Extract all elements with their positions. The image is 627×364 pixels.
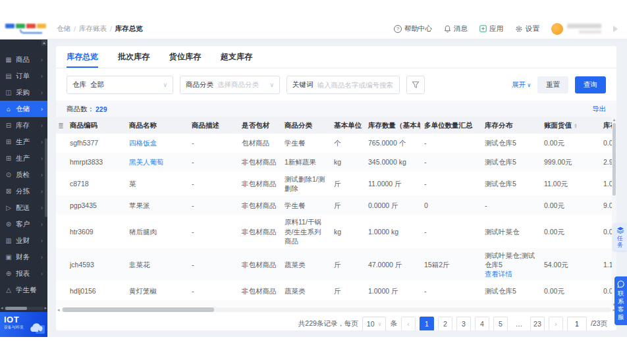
sidebar-item-label: 业财: [16, 236, 30, 246]
sort-icon[interactable]: ▲▼: [574, 123, 578, 128]
help-icon: ?: [394, 25, 402, 33]
page-button-last[interactable]: 23: [530, 317, 545, 330]
sidebar-item-warehouse[interactable]: ⌂仓储›: [0, 101, 47, 117]
tab-batch-inventory[interactable]: 批次库存: [118, 46, 150, 68]
per-page-select[interactable]: 10∨: [362, 317, 387, 330]
breadcrumb-root[interactable]: 仓储: [57, 24, 70, 34]
sidebar-item-delivery[interactable]: ▷配送›: [0, 199, 47, 216]
col-header-code: 商品编码: [66, 117, 125, 134]
messages-button[interactable]: 消息: [444, 24, 468, 34]
table-row[interactable]: kdlj9105绿灯笼椒-非包材商品蔬菜类斤0.0000 斤0-0.00元0.0…: [56, 300, 616, 307]
category-label: 商品分类: [186, 80, 213, 90]
help-center-button[interactable]: ? 帮助中心: [394, 24, 432, 34]
messages-label: 消息: [454, 24, 468, 34]
cell-name: 绿灯笼椒: [125, 300, 188, 307]
sidebar-item-purchase[interactable]: ◫采购›: [0, 84, 47, 101]
sidebar-vertical-scrollbar[interactable]: [45, 138, 47, 217]
table-row[interactable]: jch4593韭菜花-非包材商品蔬菜类斤47.0000 斤15箱2斤测试叶菜仓;…: [56, 248, 616, 282]
scroll-left-icon[interactable]: ◂: [1, 305, 3, 311]
qc-icon: ⊙: [5, 171, 13, 178]
scroll-right-icon[interactable]: ▸: [44, 305, 47, 311]
sidebar-horizontal-scrollbar[interactable]: ◂ ▸: [0, 305, 47, 311]
scroll-up-icon[interactable]: ▲: [612, 117, 616, 122]
chevron-right-icon: ›: [41, 205, 43, 211]
sidebar-item-label: 订单: [16, 72, 30, 81]
view-details-link[interactable]: 查看详情: [485, 270, 512, 278]
breadcrumb-parent[interactable]: 库存账表: [79, 24, 107, 34]
warehouse-value: 全部: [90, 80, 104, 90]
business-finance-icon: ▥: [5, 237, 13, 244]
warehouse-select[interactable]: 仓库 全部 ∨: [67, 76, 173, 94]
tab-overdraft-inventory[interactable]: 超支库存: [221, 46, 252, 68]
search-button[interactable]: 查询: [575, 76, 606, 93]
category-select[interactable]: 商品分类 选择商品分类 ∨: [180, 76, 280, 94]
sidebar-item-business-finance[interactable]: ▥业财›: [0, 232, 47, 249]
sidebar-item-production-2[interactable]: ⊞生产›: [0, 150, 47, 167]
help-center-label: 帮助中心: [404, 24, 432, 34]
export-link[interactable]: 导出: [592, 105, 606, 114]
scrollbar-thumb[interactable]: [63, 307, 214, 312]
table-horizontal-scrollbar[interactable]: ◂ ▸: [56, 307, 616, 313]
funnel-icon: [412, 81, 420, 89]
page-button-3[interactable]: 3: [456, 317, 471, 330]
sidebar-item-inventory[interactable]: ⊟库存›: [0, 117, 47, 134]
sidebar-item-label: 质检: [16, 170, 30, 180]
col-header-qty[interactable]: 库存数量（基本单位）▲▼: [364, 117, 420, 134]
table-row[interactable]: htr3609猪后腿肉-非包材商品原料11/干锅类/生生系列商品kg1.0000…: [56, 215, 616, 248]
sidebar-item-label: 采购: [16, 88, 30, 97]
advanced-filter-button[interactable]: [406, 76, 425, 94]
product-name-link[interactable]: 黑美人葡萄: [129, 158, 164, 166]
page-button-1[interactable]: 1: [420, 317, 434, 330]
page-jump-input[interactable]: [567, 317, 587, 330]
sidebar-scroll-up-icon[interactable]: ▲: [41, 40, 47, 45]
table-row[interactable]: pgp3435苹果派-非包材商品学生餐斤0.0000 斤0-0.00元9.00元: [56, 195, 616, 215]
settings-label: 设置: [526, 24, 539, 34]
goods-icon: ▦: [5, 56, 13, 63]
column-settings-icon[interactable]: ≣: [56, 117, 66, 134]
table-row[interactable]: c8718菜-非包材商品测试删除1/测删除斤11.0000 斤-测试仓库511.…: [56, 172, 616, 195]
sidebar-item-label: 仓储: [16, 105, 30, 114]
chevron-right-icon: ›: [41, 90, 43, 96]
col-header-value[interactable]: 账面货值▲▼: [540, 117, 599, 134]
col-header-category: 商品分类: [281, 117, 330, 134]
keyword-field[interactable]: 关键词: [286, 76, 400, 94]
sidebar-item-label: 报表: [16, 269, 30, 278]
sidebar-item-reports[interactable]: ⊕报表›: [0, 265, 47, 282]
sidebar-item-goods[interactable]: ▦商品›: [0, 51, 47, 68]
apps-button[interactable]: 应用: [479, 24, 503, 34]
customer-service-float-button[interactable]: 联 系 客 服: [614, 276, 627, 325]
page-button-4[interactable]: 4: [475, 317, 489, 330]
sidebar-item-sorting[interactable]: ⊠分拣›: [0, 183, 47, 199]
table-row[interactable]: hmrpt3833黑美人葡萄-非包材商品1新鲜蔬果kg345.0000 kg-测…: [56, 153, 616, 172]
prev-page-button[interactable]: ‹: [401, 317, 416, 330]
sidebar-item-orders[interactable]: ▤订单›: [0, 68, 47, 84]
table-row[interactable]: hdlj0156黄灯笼椒-非包材商品蔬菜类斤1.0000 斤-测试仓库50.00…: [56, 281, 616, 300]
sidebar-item-qc[interactable]: ⊙质检›: [0, 167, 47, 183]
tab-location-inventory[interactable]: 货位库存: [169, 46, 201, 68]
user-menu[interactable]: [551, 23, 601, 35]
cell-name: 菜: [125, 172, 188, 195]
iot-panel[interactable]: IOT 设备与环境: [0, 312, 47, 337]
breadcrumb-separator: /: [74, 25, 76, 33]
expand-filters-link[interactable]: 展开 ∨: [512, 80, 531, 90]
chevron-right-icon: ›: [41, 106, 43, 113]
page-button-5[interactable]: 5: [493, 317, 508, 330]
per-page-unit: 条: [390, 319, 397, 328]
product-name-link[interactable]: 四格饭盒: [129, 139, 157, 147]
cell-name: 苹果派: [125, 195, 188, 215]
page-button-2[interactable]: 2: [438, 317, 452, 330]
reset-button[interactable]: 重置: [537, 76, 568, 93]
tab-inventory-overview[interactable]: 库存总览: [67, 46, 98, 68]
settings-button[interactable]: 设置: [515, 24, 539, 34]
scroll-left-icon[interactable]: ◂: [57, 307, 60, 313]
sidebar-item-finance[interactable]: ▣财务›: [0, 249, 47, 265]
sidebar-item-production[interactable]: ⊞生产›: [0, 134, 47, 150]
page-ellipsis: …: [512, 317, 526, 330]
keyword-input[interactable]: [317, 81, 395, 89]
sidebar-item-student-meal[interactable]: △学生餐: [0, 282, 47, 298]
sidebar-item-customers[interactable]: ⊛客户›: [0, 216, 47, 232]
customer-icon: ⊛: [5, 221, 13, 228]
tasks-float-button[interactable]: 任务: [613, 223, 627, 251]
table-row[interactable]: sgfh5377四格饭盒-包材商品学生餐个765.0000 个-测试仓库50.0…: [56, 134, 616, 153]
next-page-button[interactable]: ›: [549, 317, 563, 330]
